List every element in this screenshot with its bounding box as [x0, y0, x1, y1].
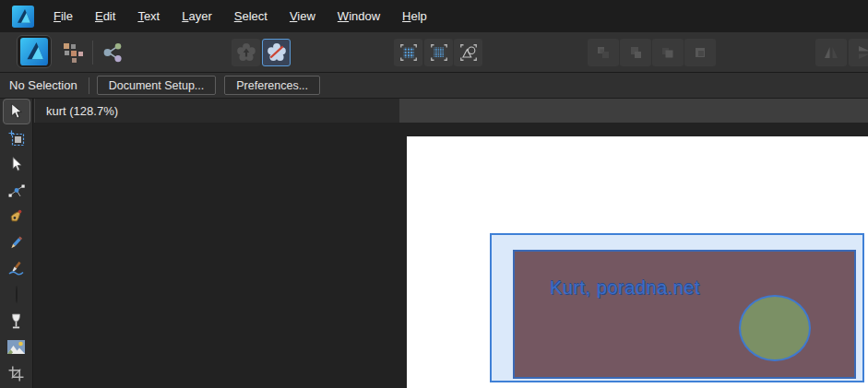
pen-tool-button[interactable]	[3, 204, 30, 229]
menu-item-help[interactable]: Help	[402, 9, 427, 23]
export-persona-button[interactable]	[98, 39, 126, 66]
force-pixel-alignment-button[interactable]	[394, 39, 422, 66]
tools-panel	[0, 99, 33, 388]
menu-item-window[interactable]: Window	[338, 9, 380, 23]
move-to-back-icon	[594, 43, 612, 62]
fill-tool-button[interactable]	[3, 282, 30, 308]
transparency-tool-icon	[9, 313, 23, 330]
move-to-back-button[interactable]	[588, 39, 619, 66]
transparency-tool-button[interactable]	[3, 309, 30, 335]
flip-vertical-button[interactable]	[849, 39, 868, 66]
flip-horizontal-icon	[822, 43, 840, 62]
transform-objects-separately-button[interactable]	[454, 39, 482, 66]
artboard-tool-button[interactable]	[3, 125, 30, 151]
canvas[interactable]: Kurt, poradna.net	[34, 123, 868, 388]
selection-box[interactable]: Kurt, poradna.net	[490, 233, 864, 382]
flip-vertical-icon	[855, 43, 868, 62]
menu-item-text[interactable]: Text	[137, 9, 160, 23]
rectangle-shape[interactable]: Kurt, poradna.net	[513, 250, 856, 379]
fill-tool-icon	[16, 287, 18, 303]
node-tool-button[interactable]	[3, 151, 30, 177]
back-one-button[interactable]	[620, 39, 651, 66]
forward-one-icon	[659, 43, 677, 62]
flip-horizontal-button[interactable]	[815, 39, 847, 66]
menubar: FileEditTextLayerSelectViewWindowHelp	[0, 0, 868, 32]
back-one-icon	[626, 43, 645, 62]
toolbar-separator	[92, 41, 93, 65]
preferences-button[interactable]: Preferences...	[224, 76, 320, 95]
vector-brush-tool-button[interactable]	[3, 256, 30, 282]
point-transform-tool-button[interactable]	[3, 178, 30, 204]
flower-arrow-button[interactable]	[232, 39, 260, 66]
document-setup-button[interactable]: Document Setup...	[97, 76, 217, 95]
pencil-tool-icon	[8, 235, 24, 251]
menu-item-view[interactable]: View	[290, 9, 315, 23]
place-image-tool-icon	[7, 340, 25, 354]
pixel-alignment-grid-icon	[398, 42, 419, 63]
vector-brush-tool-icon	[7, 261, 25, 276]
context-toolbar: No Selection Document Setup... Preferenc…	[0, 73, 868, 99]
vector-crop-tool-button[interactable]	[3, 360, 30, 386]
menu-item-layer[interactable]: Layer	[182, 9, 212, 23]
move-to-front-button[interactable]	[684, 39, 716, 66]
designer-persona-button[interactable]	[17, 35, 52, 68]
menu-item-edit[interactable]: Edit	[95, 9, 115, 23]
shape-text[interactable]: Kurt, poradna.net	[550, 277, 700, 299]
transform-shapes-icon	[458, 42, 479, 63]
flower-slash-button[interactable]	[262, 39, 291, 66]
pen-tool-icon	[8, 208, 24, 224]
pencil-tool-button[interactable]	[3, 229, 30, 255]
selection-status: No Selection	[9, 78, 77, 92]
main-area: kurt (128.7%) Kurt, poradna.net	[0, 99, 868, 388]
pixel-persona-button[interactable]	[58, 39, 87, 66]
affinity-designer-logo-icon	[12, 6, 34, 28]
move-to-front-icon	[691, 43, 709, 62]
vector-crop-tool-icon	[8, 366, 24, 382]
move-by-whole-pixels-button[interactable]	[424, 39, 453, 66]
artboard-tool-icon	[7, 129, 26, 147]
toolbar	[0, 32, 868, 73]
forward-one-button[interactable]	[652, 39, 684, 66]
document-pane: kurt (128.7%) Kurt, poradna.net	[34, 99, 868, 388]
ellipse-shape[interactable]	[739, 295, 811, 361]
move-tool-icon	[9, 103, 23, 120]
affinity-designer-window: FileEditTextLayerSelectViewWindowHelp	[0, 0, 868, 388]
menu-item-file[interactable]: File	[54, 9, 73, 23]
pixel-persona-icon	[61, 41, 85, 65]
place-image-tool-button[interactable]	[3, 335, 30, 360]
document-tab[interactable]: kurt (128.7%)	[35, 99, 399, 123]
affinity-designer-logo-icon	[20, 38, 48, 65]
pixel-alignment-dense-grid-icon	[429, 42, 449, 63]
document-tab-bar: kurt (128.7%)	[34, 99, 868, 123]
context-separator	[89, 77, 89, 94]
menubar-items: FileEditTextLayerSelectViewWindowHelp	[54, 9, 427, 23]
point-transform-tool-icon	[7, 182, 26, 199]
document-tab-title: kurt (128.7%)	[46, 104, 118, 118]
flower-arrow-icon	[236, 42, 256, 63]
node-tool-icon	[10, 157, 23, 172]
flower-slash-icon	[267, 42, 287, 63]
export-persona-icon	[101, 41, 124, 64]
menu-item-select[interactable]: Select	[234, 9, 268, 23]
move-tool-button[interactable]	[3, 99, 30, 124]
